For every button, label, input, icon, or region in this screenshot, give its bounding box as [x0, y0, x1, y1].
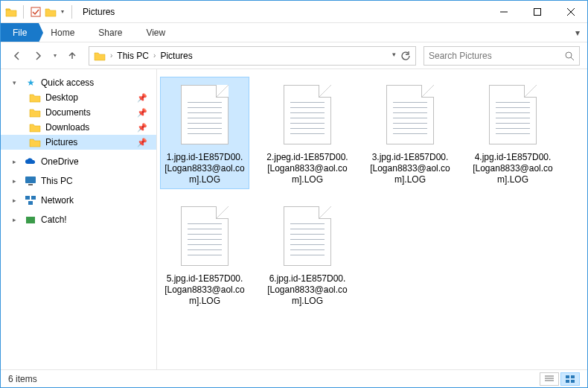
svg-point-5 [566, 52, 572, 58]
sidebar-item-label: This PC [41, 176, 73, 186]
address-dropdown-icon[interactable]: ▾ [392, 51, 396, 61]
file-name: 1.jpg.id-1E857D00.[Logan8833@aol.com].LO… [164, 152, 246, 185]
svg-rect-18 [566, 380, 569, 383]
svg-rect-19 [571, 380, 575, 383]
forward-button[interactable] [29, 47, 47, 65]
tab-share[interactable]: Share [86, 23, 134, 42]
log-file-icon [176, 80, 233, 149]
address-bar[interactable]: › This PC › Pictures ▾ [89, 46, 416, 66]
file-item[interactable]: 5.jpg.id-1E857D00.[Logan8833@aol.com].LO… [160, 198, 249, 311]
sidebar-item-label: Documents [45, 107, 91, 118]
pin-icon: 📌 [137, 123, 147, 133]
svg-line-6 [571, 57, 574, 60]
star-icon: ★ [25, 77, 36, 88]
quick-access-node[interactable]: ▾ ★ Quick access [1, 75, 156, 90]
breadcrumb-pictures[interactable]: Pictures [160, 51, 192, 61]
search-icon[interactable] [564, 51, 575, 61]
node-icon [25, 157, 36, 166]
svg-rect-8 [28, 184, 33, 185]
svg-rect-0 [31, 7, 40, 16]
caret-right-icon: ▸ [13, 216, 20, 223]
sidebar-item-network[interactable]: ▸Network [1, 193, 156, 208]
folder-icon [29, 92, 41, 103]
item-count: 6 items [8, 374, 37, 384]
status-bar: 6 items [1, 369, 587, 387]
window-title: Pictures [78, 1, 115, 23]
sidebar-item-downloads[interactable]: Downloads📌 [1, 120, 156, 135]
file-name: 4.jpg.id-1E857D00.[Logan8833@aol.com].LO… [472, 152, 554, 185]
file-grid[interactable]: 1.jpg.id-1E857D00.[Logan8833@aol.com].LO… [157, 69, 587, 369]
log-file-icon [279, 202, 336, 270]
file-name: 5.jpg.id-1E857D00.[Logan8833@aol.com].LO… [164, 273, 246, 307]
chevron-right-icon[interactable]: › [110, 51, 112, 60]
svg-rect-7 [25, 176, 36, 183]
recent-dropdown-icon[interactable]: ▾ [50, 47, 60, 65]
file-item[interactable]: 3.jpg.id-1E857D00.[Logan8833@aol.com].LO… [365, 77, 455, 189]
sidebar-item-thispc[interactable]: ▸This PC [1, 174, 156, 188]
ribbon: File Home Share View ▾ [1, 23, 587, 42]
tab-view[interactable]: View [134, 23, 177, 42]
nav-pane: ▾ ★ Quick access Desktop📌Documents📌Downl… [1, 69, 157, 369]
folder-icon [29, 107, 41, 118]
sidebar-item-label: Catch! [41, 214, 67, 225]
search-box[interactable] [424, 46, 580, 66]
qat-new-folder-icon[interactable] [45, 6, 57, 18]
sidebar-item-label: OneDrive [41, 156, 79, 167]
chevron-right-icon[interactable]: › [153, 51, 156, 60]
pin-icon: 📌 [137, 108, 147, 118]
node-icon [25, 195, 36, 206]
svg-rect-10 [31, 196, 36, 200]
folder-icon [29, 137, 41, 147]
maximize-button[interactable] [520, 1, 554, 22]
node-icon [25, 214, 36, 225]
details-view-button[interactable] [540, 372, 559, 386]
pin-icon: 📌 [137, 138, 147, 147]
title-bar: ▾ Pictures [1, 1, 587, 23]
minimize-button[interactable] [487, 1, 520, 22]
sidebar-item-onedrive[interactable]: ▸OneDrive [1, 154, 156, 169]
svg-rect-16 [566, 375, 569, 378]
sidebar-item-pictures[interactable]: Pictures📌 [1, 135, 156, 150]
file-tab[interactable]: File [1, 23, 39, 42]
file-item[interactable]: 4.jpg.id-1E857D00.[Logan8833@aol.com].LO… [468, 77, 557, 189]
nav-bar: ▾ › This PC › Pictures ▾ [1, 42, 587, 69]
back-button[interactable] [8, 47, 26, 65]
sidebar-item-label: Pictures [45, 137, 77, 147]
file-name: 6.jpg.id-1E857D00.[Logan8833@aol.com].LO… [266, 273, 348, 307]
sidebar-item-documents[interactable]: Documents📌 [1, 105, 156, 120]
svg-rect-2 [534, 8, 540, 15]
sidebar-item-label: Network [41, 195, 74, 206]
file-item[interactable]: 6.jpg.id-1E857D00.[Logan8833@aol.com].LO… [263, 198, 352, 311]
sidebar-item-catch[interactable]: ▸Catch! [1, 212, 156, 227]
sidebar-item-label: Desktop [45, 92, 78, 103]
icons-view-button[interactable] [560, 372, 580, 386]
tab-home[interactable]: Home [39, 23, 86, 42]
file-item[interactable]: 1.jpg.id-1E857D00.[Logan8833@aol.com].LO… [160, 77, 249, 189]
file-item[interactable]: 2.jpeg.id-1E857D00.[Logan8833@aol.com].L… [263, 77, 352, 189]
sidebar-item-label: Downloads [45, 122, 89, 133]
quick-access-label: Quick access [41, 77, 94, 88]
qat-checkbox-icon[interactable] [30, 6, 42, 18]
file-name: 3.jpg.id-1E857D00.[Logan8833@aol.com].LO… [369, 152, 451, 185]
breadcrumb-this-pc[interactable]: This PC [117, 51, 149, 61]
search-input[interactable] [429, 51, 564, 61]
ribbon-expand-icon[interactable]: ▾ [568, 23, 587, 42]
pin-icon: 📌 [137, 93, 147, 103]
close-button[interactable] [554, 1, 587, 22]
caret-right-icon: ▸ [13, 177, 20, 185]
pictures-folder-icon [94, 51, 106, 61]
svg-rect-17 [571, 375, 575, 378]
sidebar-item-desktop[interactable]: Desktop📌 [1, 90, 156, 105]
up-button[interactable] [63, 47, 81, 65]
caret-right-icon: ▸ [13, 158, 20, 165]
folder-icon [29, 122, 41, 133]
file-name: 2.jpeg.id-1E857D00.[Logan8833@aol.com].L… [266, 152, 348, 185]
refresh-button[interactable] [400, 51, 411, 61]
qat-dropdown-icon[interactable]: ▾ [60, 8, 65, 15]
svg-rect-11 [28, 201, 33, 205]
svg-rect-9 [25, 196, 30, 200]
log-file-icon [485, 80, 541, 149]
caret-down-icon: ▾ [13, 79, 20, 86]
folder-app-icon [5, 6, 17, 18]
svg-rect-12 [26, 217, 35, 223]
